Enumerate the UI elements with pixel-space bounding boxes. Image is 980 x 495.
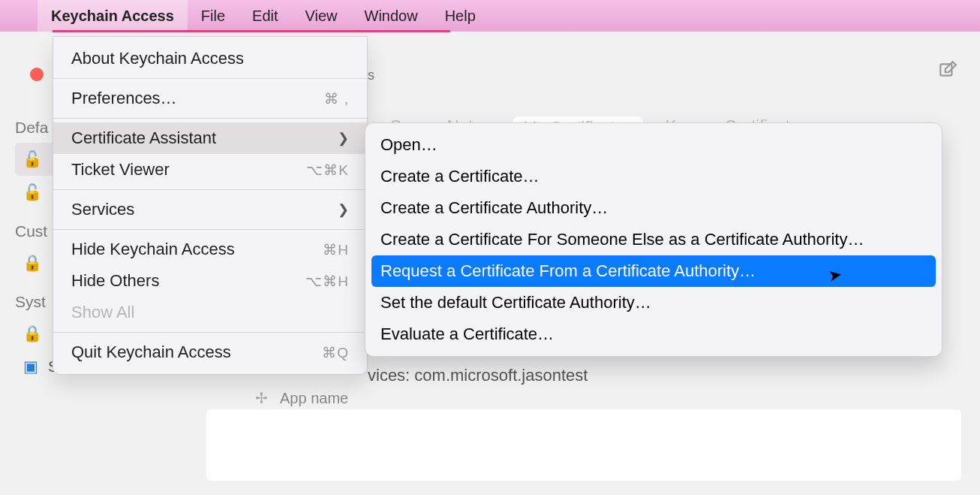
menu-certificate-assistant[interactable]: Certificate Assistant❯ xyxy=(53,122,367,154)
submenu-create-ca[interactable]: Create a Certificate Authority… xyxy=(365,192,942,224)
chevron-right-icon: ❯ xyxy=(338,130,349,146)
chevron-right-icon: ❯ xyxy=(338,201,349,218)
menu-services-label: Services xyxy=(71,200,134,219)
active-menu-underline xyxy=(53,30,450,32)
shortcut: ⌥⌘K xyxy=(306,161,349,179)
content-panel xyxy=(206,409,961,481)
menu-hide-app[interactable]: Hide Keychain Access⌘H xyxy=(53,234,367,265)
folder-icon: ▣ xyxy=(23,358,39,376)
shortcut: ⌘H xyxy=(323,241,349,258)
menu-help[interactable]: Help xyxy=(431,0,489,32)
menu-preferences-label: Preferences… xyxy=(71,89,177,108)
menu-ticket-viewer[interactable]: Ticket Viewer⌥⌘K xyxy=(53,154,367,186)
title-suffix: s xyxy=(368,68,374,83)
lock-closed-icon: 🔒 xyxy=(23,324,39,343)
menu-app[interactable]: Keychain Access xyxy=(38,0,188,32)
menu-services[interactable]: Services❯ xyxy=(53,194,367,225)
menu-edit[interactable]: Edit xyxy=(239,0,291,32)
shortcut: ⌥⌘H xyxy=(305,273,349,290)
menu-hide-others-label: Hide Others xyxy=(71,271,159,291)
submenu-request-certificate[interactable]: Request a Certificate From a Certificate… xyxy=(371,255,936,287)
shortcut: ⌘Q xyxy=(322,344,349,361)
lock-closed-icon: 🔒 xyxy=(23,254,39,272)
submenu-evaluate[interactable]: Evaluate a Certificate… xyxy=(365,318,942,350)
menu-show-all: Show All xyxy=(53,297,367,328)
submenu-open[interactable]: Open… xyxy=(365,129,942,161)
lock-open-icon: 🔓 xyxy=(23,183,39,201)
app-name-label: App name xyxy=(280,390,348,407)
content-text: vices: com.microsoft.jasontest xyxy=(368,366,588,385)
menu-cert-assistant-label: Certificate Assistant xyxy=(71,128,216,148)
app-menu-dropdown: About Keychain Access Preferences…⌘ , Ce… xyxy=(53,36,368,375)
menu-ticket-viewer-label: Ticket Viewer xyxy=(71,160,170,180)
menu-hide-app-label: Hide Keychain Access xyxy=(71,240,235,259)
menu-file[interactable]: File xyxy=(188,0,239,32)
shortcut: ⌘ , xyxy=(324,90,349,107)
submenu-set-default-ca[interactable]: Set the default Certificate Authority… xyxy=(365,287,942,318)
submenu-create-certificate[interactable]: Create a Certificate… xyxy=(365,161,942,192)
certificate-assistant-submenu: Open… Create a Certificate… Create a Cer… xyxy=(365,122,942,357)
close-button[interactable] xyxy=(30,68,44,81)
menu-window[interactable]: Window xyxy=(351,0,431,32)
menu-about-label: About Keychain Access xyxy=(71,49,244,68)
menu-quit-label: Quit Keychain Access xyxy=(71,343,231,362)
lock-open-icon: 🔓 xyxy=(23,150,39,168)
menu-bar: Keychain Access File Edit View Window He… xyxy=(0,0,980,32)
menu-about[interactable]: About Keychain Access xyxy=(53,43,367,74)
submenu-create-for-else[interactable]: Create a Certificate For Someone Else as… xyxy=(365,224,942,255)
traffic-lights[interactable] xyxy=(30,68,44,81)
menu-quit[interactable]: Quit Keychain Access⌘Q xyxy=(53,337,367,368)
compose-icon[interactable] xyxy=(938,60,957,84)
menu-view[interactable]: View xyxy=(292,0,351,32)
menu-preferences[interactable]: Preferences…⌘ , xyxy=(53,83,367,114)
menu-show-all-label: Show All xyxy=(71,303,134,322)
app-name-row: ✢ App name xyxy=(255,389,348,407)
crosshair-icon: ✢ xyxy=(255,389,268,407)
menu-hide-others[interactable]: Hide Others⌥⌘H xyxy=(53,265,367,297)
